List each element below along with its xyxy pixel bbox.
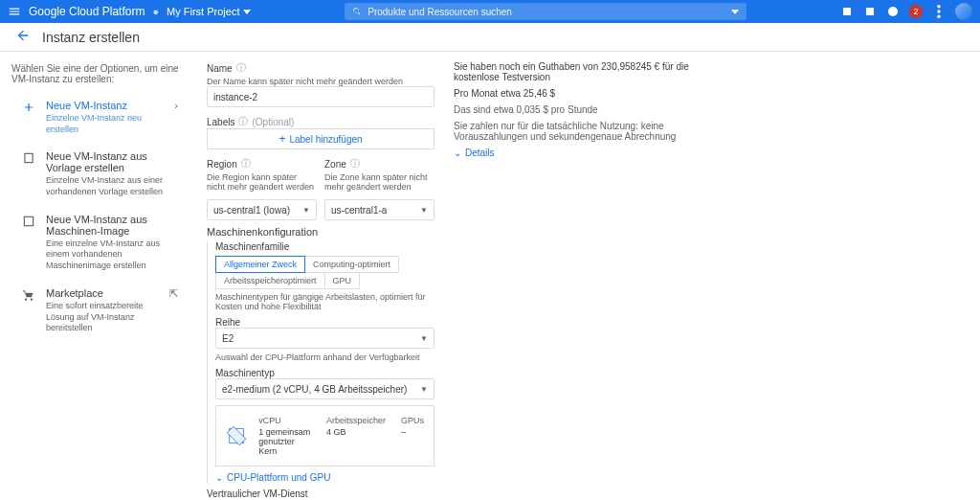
machine-family-tabs: Allgemeiner Zweck Computing-optimiert Ar…: [215, 256, 434, 288]
add-label-button[interactable]: +Label hinzufügen: [207, 128, 434, 149]
chevron-down-icon: ▼: [302, 206, 310, 215]
console-icon[interactable]: [863, 5, 877, 18]
back-arrow-icon[interactable]: [15, 28, 31, 46]
region-select[interactable]: us-central1 (Iowa)▼: [207, 199, 317, 220]
svg-rect-9: [227, 426, 246, 445]
svg-rect-6: [25, 154, 33, 163]
page-title: Instanz erstellen: [42, 30, 140, 45]
top-bar: Google Cloud Platform ● My First Project…: [0, 0, 980, 23]
tab-gpu[interactable]: GPU: [324, 272, 361, 289]
details-expander[interactable]: ⌄Details: [454, 148, 693, 158]
svg-point-3: [937, 5, 941, 9]
product-name: Google Cloud Platform: [29, 5, 145, 18]
tab-compute[interactable]: Computing-optimiert: [304, 256, 399, 273]
svg-rect-0: [843, 8, 851, 15]
svg-rect-7: [24, 216, 33, 225]
series-select[interactable]: E2▼: [215, 328, 434, 349]
family-hint: Maschinentypen für gängige Arbeitslasten…: [215, 292, 434, 311]
confidential-label: Vertraulicher VM-Dienst: [207, 489, 434, 499]
sidebar-item-from-template[interactable]: Neue VM-Instanz aus Vorlage erstellenEin…: [11, 143, 188, 205]
more-icon[interactable]: [932, 5, 946, 18]
sidebar-item-marketplace[interactable]: MarketplaceEine sofort einsatzbereite Lö…: [11, 280, 188, 342]
sidebar-item-new-vm[interactable]: Neue VM-InstanzEinzelne VM-Instanz neu e…: [11, 92, 188, 143]
billing-note: Sie zahlen nur für die tatsächliche Nutz…: [454, 121, 693, 142]
help-icon[interactable]: [886, 5, 900, 18]
chevron-right-icon: ›: [174, 100, 178, 111]
form-panel: Nameⓘ Der Name kann später nicht mehr ge…: [191, 52, 450, 500]
specs-box: vCPU Arbeitsspeicher GPUs 1 gemeinsam ge…: [215, 405, 434, 466]
region-hint: Die Region kann später nicht mehr geände…: [207, 172, 317, 192]
svg-point-5: [937, 15, 941, 19]
info-panel: Sie haben noch ein Guthaben von 230,9582…: [450, 52, 708, 500]
svg-point-2: [888, 7, 898, 16]
sidebar-item-from-image[interactable]: Neue VM-Instanz aus Maschinen-ImageEine …: [11, 206, 188, 280]
tab-general[interactable]: Allgemeiner Zweck: [215, 256, 305, 273]
zone-label: Zone: [324, 159, 346, 170]
page-header: Instanz erstellen: [0, 23, 980, 52]
avatar[interactable]: [955, 3, 972, 20]
hourly-price: Das sind etwa 0,035 $ pro Stunde: [454, 104, 693, 115]
sidebar: Wählen Sie eine der Optionen, um eine VM…: [0, 52, 191, 500]
plus-box-icon: [21, 100, 36, 114]
name-hint: Der Name kann später nicht mehr geändert…: [207, 77, 434, 86]
zone-select[interactable]: us-central1-a▼: [324, 199, 434, 220]
help-icon[interactable]: ⓘ: [350, 157, 360, 170]
external-icon: ⇱: [169, 287, 178, 300]
machinetype-select[interactable]: e2-medium (2 vCPU, 4 GB Arbeitsspeicher)…: [215, 378, 434, 399]
series-hint: Auswahl der CPU-Plattform anhand der Ver…: [215, 352, 434, 362]
tab-memory[interactable]: Arbeitsspeicheroptimiert: [215, 272, 325, 289]
cpu-gpu-expander[interactable]: ⌄CPU-Plattform und GPU: [215, 472, 434, 483]
image-icon: [21, 214, 36, 228]
search-icon: [352, 7, 362, 16]
machine-conf-heading: Maschinenkonfiguration: [207, 226, 434, 238]
svg-point-4: [937, 10, 941, 13]
name-input[interactable]: [207, 86, 434, 107]
region-label: Region: [207, 159, 237, 170]
gift-icon[interactable]: [840, 5, 854, 18]
credit-headline: Sie haben noch ein Guthaben von 230,9582…: [454, 61, 693, 82]
chevron-down-icon: ▼: [420, 206, 428, 215]
series-label: Reihe: [215, 317, 240, 328]
search-box[interactable]: [345, 3, 746, 20]
help-icon[interactable]: ⓘ: [236, 61, 246, 75]
labels-label: Labels: [207, 117, 234, 127]
cart-icon: [21, 287, 36, 302]
zone-hint: Die Zone kann später nicht mehr geändert…: [324, 172, 434, 192]
chevron-down-icon: [243, 10, 251, 14]
menu-icon[interactable]: [8, 5, 21, 18]
template-icon: [21, 150, 36, 165]
chevron-down-icon[interactable]: [731, 10, 739, 14]
monthly-price: Pro Monat etwa 25,46 $: [454, 88, 693, 99]
search-input[interactable]: [368, 7, 725, 17]
chevron-down-icon: ▼: [420, 334, 428, 343]
notifications-badge[interactable]: 2: [909, 5, 923, 18]
sidebar-intro: Wählen Sie eine der Optionen, um eine VM…: [11, 63, 188, 84]
project-selector[interactable]: My First Project: [167, 6, 251, 17]
machinetype-label: Maschinentyp: [215, 368, 275, 378]
help-icon[interactable]: ⓘ: [241, 157, 251, 170]
project-name: My First Project: [167, 6, 239, 17]
chevron-down-icon: ▼: [420, 385, 428, 394]
svg-rect-1: [866, 8, 874, 15]
help-icon[interactable]: ⓘ: [238, 115, 248, 128]
cpu-icon: [226, 421, 247, 450]
machine-family-label: Maschinenfamilie: [215, 241, 289, 252]
name-label: Name: [207, 63, 233, 74]
